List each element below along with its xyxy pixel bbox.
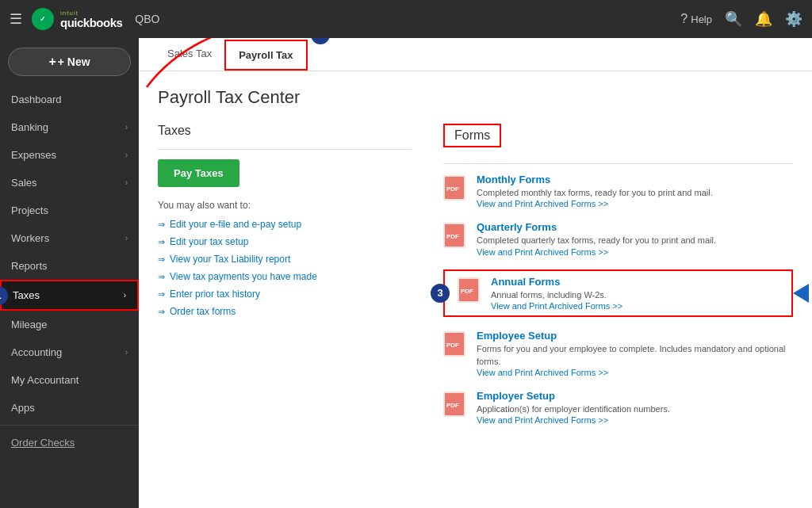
- intuit-logo-icon: ✓: [32, 8, 54, 30]
- employer-setup-link[interactable]: View and Print Archived Forms >>: [477, 415, 670, 425]
- help-button[interactable]: ? Help: [680, 12, 712, 26]
- two-column-layout: Taxes Pay Taxes You may also want to: ⇒ …: [158, 124, 793, 437]
- sidebar-item-mileage[interactable]: Mileage: [0, 311, 139, 338]
- tabs-bar: Sales Tax Payroll Tax 2: [139, 38, 812, 71]
- link-prior-tax-history[interactable]: ⇒ Enter prior tax history: [158, 288, 412, 300]
- form-details-quarterly: Quarterly Forms Completed quarterly tax …: [477, 221, 716, 256]
- link-tax-liability[interactable]: ⇒ View your Tax Liability report: [158, 254, 412, 265]
- gear-icon[interactable]: ⚙️: [785, 10, 802, 28]
- bell-icon[interactable]: 🔔: [755, 10, 772, 28]
- pdf-icon-employee: PDF: [443, 331, 469, 359]
- annual-forms-link[interactable]: View and Print Archived Forms >>: [491, 301, 622, 311]
- annual-forms-title[interactable]: Annual Forms: [491, 276, 622, 288]
- link-order-tax-forms[interactable]: ⇒ Order tax forms: [158, 306, 412, 317]
- arrow-icon: ⇒: [158, 272, 165, 282]
- arrow-icon: ⇒: [158, 254, 165, 265]
- pdf-icon-quarterly: PDF: [443, 223, 469, 250]
- help-circle-icon: ?: [680, 12, 688, 26]
- annotation-badge-1: 1: [0, 286, 8, 305]
- form-details-monthly: Monthly Forms Completed monthly tax form…: [477, 174, 713, 208]
- chevron-right-icon: ›: [124, 291, 126, 300]
- tab-payroll-tax[interactable]: Payroll Tax 2: [224, 40, 307, 71]
- forms-section-title: Forms: [454, 128, 490, 143]
- search-icon[interactable]: 🔍: [725, 10, 742, 28]
- sidebar-item-banking[interactable]: Banking ›: [0, 113, 139, 141]
- pdf-icon-monthly: PDF: [443, 175, 469, 203]
- annotation-badge-2: 2: [311, 38, 330, 44]
- also-want-text: You may also want to:: [158, 200, 412, 211]
- sidebar-item-projects[interactable]: Projects: [0, 197, 139, 224]
- employee-setup-title[interactable]: Employee Setup: [477, 330, 793, 342]
- order-checks-link[interactable]: Order Checks: [0, 429, 139, 456]
- arrow-icon: ⇒: [158, 220, 165, 230]
- header-left: ☰ ✓ intuit quickbooks QBO: [10, 8, 159, 30]
- hamburger-icon[interactable]: ☰: [10, 10, 22, 28]
- monthly-forms-title[interactable]: Monthly Forms: [477, 174, 713, 185]
- form-item-annual: 3 PDF Annual Forms: [443, 269, 793, 317]
- annotation-badge-3: 3: [431, 284, 450, 303]
- svg-text:PDF: PDF: [446, 402, 459, 409]
- annual-forms-desc: Annual forms, including W-2s.: [491, 289, 622, 301]
- pdf-icon-employer: PDF: [443, 392, 469, 419]
- employee-setup-link[interactable]: View and Print Archived Forms >>: [477, 368, 793, 377]
- form-item-employee-setup: PDF Employee Setup Forms for you and you…: [443, 330, 793, 377]
- quarterly-forms-title[interactable]: Quarterly Forms: [477, 221, 716, 233]
- monthly-forms-link[interactable]: View and Print Archived Forms >>: [477, 199, 713, 208]
- logo-area: ✓ intuit quickbooks: [32, 8, 122, 30]
- main-layout: + + New Dashboard Banking › Expenses › S…: [0, 38, 812, 508]
- form-item-monthly: PDF Monthly Forms Completed monthly tax …: [443, 174, 793, 208]
- new-button[interactable]: + + New: [8, 48, 131, 76]
- sidebar-item-expenses[interactable]: Expenses ›: [0, 141, 139, 169]
- chevron-right-icon: ›: [125, 178, 128, 187]
- arrow-icon: ⇒: [158, 237, 165, 247]
- link-view-tax-payments[interactable]: ⇒ View tax payments you have made: [158, 271, 412, 282]
- chevron-right-icon: ›: [125, 348, 128, 357]
- sidebar-item-reports[interactable]: Reports: [0, 252, 139, 280]
- sidebar-item-dashboard[interactable]: Dashboard: [0, 86, 139, 113]
- arrow-icon: ⇒: [158, 289, 165, 300]
- page-title: Payroll Tax Center: [158, 87, 793, 108]
- svg-text:PDF: PDF: [446, 233, 459, 240]
- header-right: ? Help 🔍 🔔 ⚙️: [680, 10, 802, 28]
- employer-setup-desc: Application(s) for employer identificati…: [477, 403, 670, 415]
- logo-text: intuit quickbooks: [60, 10, 122, 29]
- tab-sales-tax[interactable]: Sales Tax: [155, 40, 224, 69]
- form-item-quarterly: PDF Quarterly Forms Completed quarterly …: [443, 221, 793, 256]
- svg-text:PDF: PDF: [446, 185, 459, 193]
- pdf-icon-annual: PDF: [458, 277, 483, 305]
- sidebar-item-taxes[interactable]: Taxes › 1: [0, 280, 139, 311]
- arrow-icon: ⇒: [158, 307, 165, 317]
- forms-column: Forms PDF Monthly Form: [443, 124, 793, 437]
- page-content-area: Payroll Tax Center Taxes Pay Taxes You m…: [139, 71, 812, 453]
- sidebar-divider: [0, 425, 139, 426]
- svg-text:PDF: PDF: [446, 342, 459, 349]
- chevron-right-icon: ›: [125, 234, 128, 243]
- chevron-right-icon: ›: [125, 151, 128, 159]
- quarterly-forms-link[interactable]: View and Print Archived Forms >>: [477, 247, 716, 257]
- blue-arrow-icon: [793, 284, 809, 303]
- taxes-section-title: Taxes: [158, 124, 412, 138]
- form-details-employer: Employer Setup Application(s) for employ…: [477, 390, 670, 425]
- sidebar-item-sales[interactable]: Sales ›: [0, 169, 139, 197]
- form-item-employer-setup: PDF Employer Setup Application(s) for em…: [443, 390, 793, 425]
- pay-taxes-button[interactable]: Pay Taxes: [158, 159, 239, 187]
- sidebar-item-my-accountant[interactable]: My Accountant: [0, 366, 139, 394]
- chevron-right-icon: ›: [125, 123, 128, 132]
- help-label: Help: [691, 13, 712, 25]
- forms-separator: [443, 163, 793, 164]
- sidebar-item-accounting[interactable]: Accounting ›: [0, 338, 139, 366]
- link-edit-tax-setup[interactable]: ⇒ Edit your tax setup: [158, 236, 412, 247]
- employer-setup-title[interactable]: Employer Setup: [477, 390, 670, 402]
- sidebar-item-workers[interactable]: Workers ›: [0, 224, 139, 252]
- top-header: ☰ ✓ intuit quickbooks QBO ? Help 🔍 🔔 ⚙️: [0, 0, 812, 38]
- employee-setup-desc: Forms for you and your employee to compl…: [477, 343, 793, 368]
- separator: [158, 149, 412, 150]
- svg-text:PDF: PDF: [461, 288, 473, 295]
- forms-header-box: Forms: [443, 124, 501, 147]
- sidebar: + + New Dashboard Banking › Expenses › S…: [0, 38, 139, 508]
- link-edit-efile[interactable]: ⇒ Edit your e-file and e-pay setup: [158, 219, 412, 230]
- sidebar-item-apps[interactable]: Apps: [0, 394, 139, 422]
- qbo-label: QBO: [135, 13, 159, 25]
- annual-forms-container: 3 PDF Annual Forms: [443, 269, 793, 317]
- form-details-employee: Employee Setup Forms for you and your em…: [477, 330, 793, 377]
